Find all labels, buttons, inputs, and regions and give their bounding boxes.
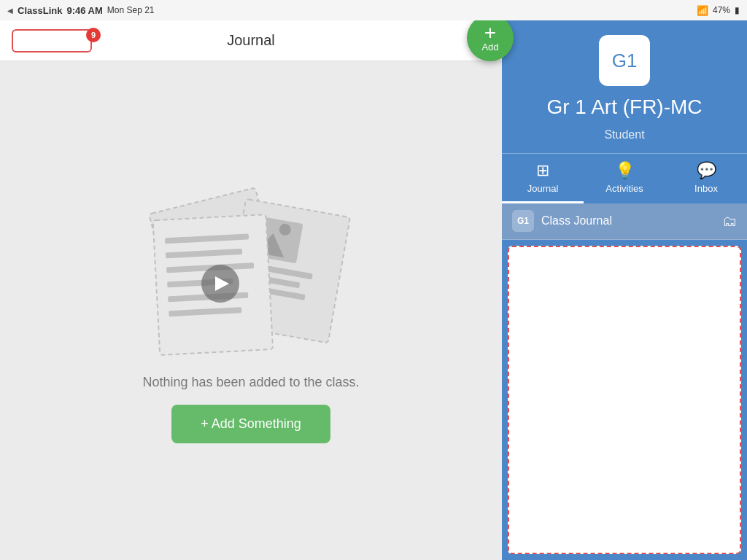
status-date: Mon Sep 21 (107, 5, 155, 15)
status-left: ◀ ClassLink 9:46 AM Mon Sep 21 (7, 5, 155, 16)
empty-illustration (142, 178, 360, 360)
class-name: Gr 1 Art (FR)-MC (546, 95, 702, 120)
class-header: G1 Gr 1 Art (FR)-MC Student (502, 20, 747, 153)
battery-percent: 47% (713, 5, 730, 15)
tab-activities[interactable]: 💡 Activities (584, 154, 665, 203)
add-fab-plus-icon: + (484, 23, 496, 43)
status-right: 📶 47% ▮ (697, 5, 740, 16)
tab-journal[interactable]: ⊞ Journal (502, 154, 584, 203)
add-something-button[interactable]: + Add Something (171, 405, 330, 443)
content-area: Nothing has been added to the class. + A… (0, 61, 502, 560)
journal-row-title: Class Journal (541, 214, 722, 228)
class-role: Student (604, 128, 644, 141)
top-bar: 9 Journal + Add (0, 20, 502, 61)
journal-tab-icon: ⊞ (536, 161, 549, 180)
tab-bar: ⊞ Journal 💡 Activities 💬 Inbox (502, 153, 747, 203)
classlink-logo: ClassLink (18, 5, 62, 16)
tab-inbox[interactable]: 💬 Inbox (665, 154, 747, 203)
inbox-tab-label: Inbox (694, 183, 718, 194)
journal-tab-label: Journal (527, 183, 559, 194)
status-bar: ◀ ClassLink 9:46 AM Mon Sep 21 📶 47% ▮ (0, 0, 747, 20)
battery-icon: ▮ (735, 5, 740, 15)
search-box[interactable] (12, 29, 92, 52)
page-title: Journal (227, 32, 275, 49)
add-fab-label: Add (481, 42, 498, 52)
inbox-tab-icon: 💬 (697, 161, 716, 180)
main-container: 9 Journal + Add (0, 20, 747, 560)
empty-state-message: Nothing has been added to the class. (142, 375, 359, 390)
journal-list-row[interactable]: G1 Class Journal 🗂 (502, 203, 747, 240)
status-time: 9:46 AM (66, 5, 102, 16)
back-arrow-icon: ◀ (7, 7, 13, 15)
journal-row-badge: G1 (512, 210, 534, 232)
folder-icon: 🗂 (722, 213, 737, 230)
left-panel: 9 Journal + Add (0, 20, 502, 560)
activities-tab-icon: 💡 (615, 161, 635, 180)
notification-badge: 9 (86, 28, 101, 42)
right-panel: G1 Gr 1 Art (FR)-MC Student ⊞ Journal 💡 … (502, 20, 747, 560)
illustration-svg (142, 178, 360, 360)
activities-tab-label: Activities (605, 183, 643, 194)
wifi-icon: 📶 (697, 5, 708, 16)
journal-content-panel (508, 246, 741, 554)
add-fab-button[interactable]: + Add (467, 15, 514, 61)
class-badge: G1 (599, 35, 650, 86)
